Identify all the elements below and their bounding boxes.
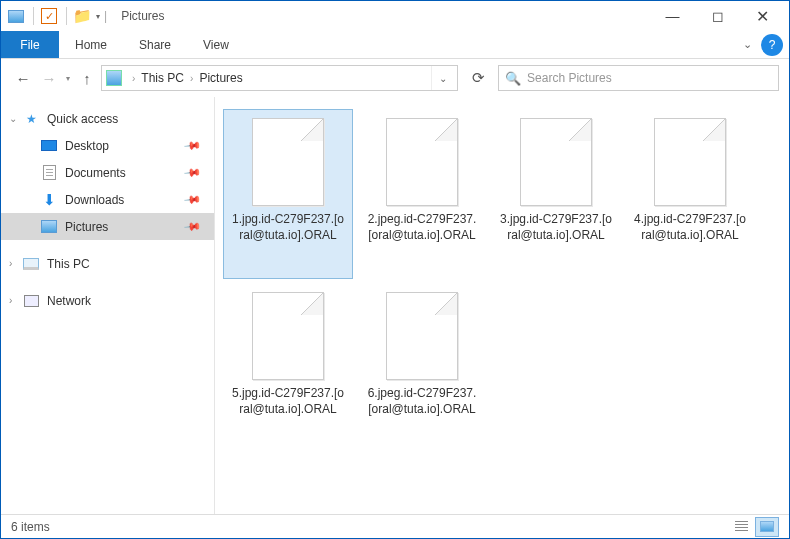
file-name: 1.jpg.id-C279F237.[oral@tuta.io].ORAL <box>228 212 348 243</box>
navigation-pane: ⌄ ★ Quick access Desktop 📌 Documents 📌 ⬇… <box>1 97 215 514</box>
separator <box>66 7 67 25</box>
file-thumbnail-icon <box>654 118 726 206</box>
sidebar-item-label: Desktop <box>65 139 109 153</box>
navigation-bar: ← → ▾ ↑ › This PC › Pictures ⌄ ⟳ 🔍 <box>1 59 789 97</box>
pin-icon: 📌 <box>183 190 202 209</box>
chevron-down-icon[interactable]: ⌄ <box>9 113 17 124</box>
pin-icon: 📌 <box>183 136 202 155</box>
tiles-view-icon <box>760 521 774 532</box>
pin-icon: 📌 <box>183 217 202 236</box>
location-icon <box>106 70 122 86</box>
chevron-right-icon[interactable]: › <box>132 73 135 84</box>
file-name: 3.jpg.id-C279F237.[oral@tuta.io].ORAL <box>496 212 616 243</box>
details-view-icon <box>735 521 748 532</box>
file-thumbnail-icon <box>386 118 458 206</box>
pc-icon <box>23 256 39 272</box>
address-bar[interactable]: › This PC › Pictures ⌄ <box>101 65 458 91</box>
file-name: 5.jpg.id-C279F237.[oral@tuta.io].ORAL <box>228 386 348 417</box>
search-input[interactable] <box>527 71 772 85</box>
file-item[interactable]: 1.jpg.id-C279F237.[oral@tuta.io].ORAL <box>223 109 353 279</box>
separator <box>33 7 34 25</box>
sidebar-item-documents[interactable]: Documents 📌 <box>1 159 214 186</box>
maximize-button[interactable]: ◻ <box>695 2 740 30</box>
sidebar-item-label: Documents <box>65 166 126 180</box>
sidebar-item-pictures[interactable]: Pictures 📌 <box>1 213 214 240</box>
sidebar-item-label: This PC <box>47 257 90 271</box>
breadcrumb-this-pc[interactable]: This PC <box>141 71 184 85</box>
sidebar-network[interactable]: › Network <box>1 287 214 314</box>
sidebar-quick-access[interactable]: ⌄ ★ Quick access <box>1 105 214 132</box>
address-dropdown-icon[interactable]: ⌄ <box>431 66 453 90</box>
sidebar-item-desktop[interactable]: Desktop 📌 <box>1 132 214 159</box>
view-tiles-button[interactable] <box>755 517 779 537</box>
minimize-button[interactable]: — <box>650 2 695 30</box>
network-icon <box>23 293 39 309</box>
chevron-right-icon[interactable]: › <box>9 258 12 269</box>
chevron-right-icon[interactable]: › <box>9 295 12 306</box>
breadcrumb-pictures[interactable]: Pictures <box>199 71 242 85</box>
search-box[interactable]: 🔍 <box>498 65 779 91</box>
sidebar-item-label: Network <box>47 294 91 308</box>
separator-bar: | <box>104 9 107 23</box>
pin-icon: 📌 <box>183 163 202 182</box>
desktop-icon <box>41 138 57 154</box>
sidebar-item-label: Downloads <box>65 193 124 207</box>
up-button[interactable]: ↑ <box>75 66 99 90</box>
close-button[interactable]: ✕ <box>740 2 785 30</box>
star-icon: ★ <box>23 111 39 127</box>
search-icon: 🔍 <box>505 71 521 86</box>
file-item[interactable]: 3.jpg.id-C279F237.[oral@tuta.io].ORAL <box>491 109 621 279</box>
item-count: 6 items <box>11 520 50 534</box>
main-content: ⌄ ★ Quick access Desktop 📌 Documents 📌 ⬇… <box>1 97 789 514</box>
tab-share[interactable]: Share <box>123 31 187 58</box>
ribbon-expand-icon[interactable]: ⌄ <box>733 31 761 58</box>
pictures-icon <box>41 219 57 235</box>
back-button[interactable]: ← <box>11 66 35 90</box>
qat-folder[interactable]: 📁 <box>71 5 93 27</box>
history-dropdown-icon[interactable]: ▾ <box>66 74 70 83</box>
view-details-button[interactable] <box>729 517 753 537</box>
download-icon: ⬇ <box>41 192 57 208</box>
forward-button[interactable]: → <box>37 66 61 90</box>
file-item[interactable]: 6.jpeg.id-C279F237.[oral@tuta.io].ORAL <box>357 283 487 453</box>
file-name: 2.jpeg.id-C279F237.[oral@tuta.io].ORAL <box>362 212 482 243</box>
status-bar: 6 items <box>1 514 789 538</box>
sidebar-item-downloads[interactable]: ⬇ Downloads 📌 <box>1 186 214 213</box>
file-item[interactable]: 5.jpg.id-C279F237.[oral@tuta.io].ORAL <box>223 283 353 453</box>
title-bar: ✓ 📁 ▾ | Pictures — ◻ ✕ <box>1 1 789 31</box>
sidebar-item-label: Quick access <box>47 112 118 126</box>
sidebar-item-label: Pictures <box>65 220 108 234</box>
app-icon <box>5 5 27 27</box>
file-thumbnail-icon <box>252 292 324 380</box>
file-item[interactable]: 4.jpg.id-C279F237.[oral@tuta.io].ORAL <box>625 109 755 279</box>
file-thumbnail-icon <box>386 292 458 380</box>
window-title: Pictures <box>121 9 164 23</box>
ribbon: File Home Share View ⌄ ? <box>1 31 789 59</box>
qat-properties[interactable]: ✓ <box>38 5 60 27</box>
files-pane[interactable]: 1.jpg.id-C279F237.[oral@tuta.io].ORAL 2.… <box>215 97 789 514</box>
refresh-button[interactable]: ⟳ <box>464 65 492 91</box>
help-button[interactable]: ? <box>761 34 783 56</box>
file-item[interactable]: 2.jpeg.id-C279F237.[oral@tuta.io].ORAL <box>357 109 487 279</box>
tab-home[interactable]: Home <box>59 31 123 58</box>
document-icon <box>41 165 57 181</box>
tab-view[interactable]: View <box>187 31 245 58</box>
sidebar-this-pc[interactable]: › This PC <box>1 250 214 277</box>
file-thumbnail-icon <box>252 118 324 206</box>
file-name: 4.jpg.id-C279F237.[oral@tuta.io].ORAL <box>630 212 750 243</box>
file-name: 6.jpeg.id-C279F237.[oral@tuta.io].ORAL <box>362 386 482 417</box>
file-thumbnail-icon <box>520 118 592 206</box>
file-menu[interactable]: File <box>1 31 59 58</box>
chevron-right-icon[interactable]: › <box>190 73 193 84</box>
qat-dropdown-icon[interactable]: ▾ <box>96 12 100 21</box>
